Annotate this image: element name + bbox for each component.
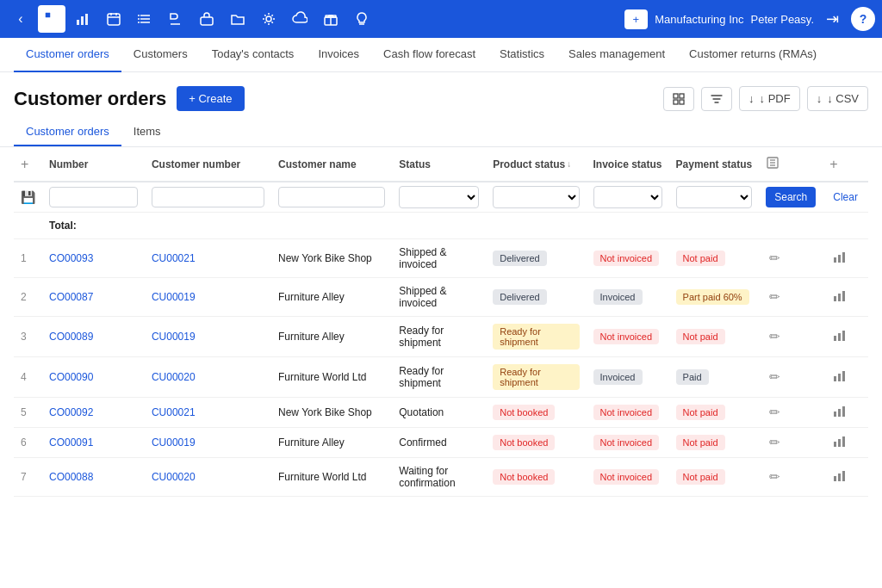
filter-number-input[interactable] [49,187,138,207]
app-icon-gift[interactable] [317,5,345,33]
svg-rect-50 [834,476,836,481]
row-edit-icon[interactable]: ✏ [759,458,823,497]
app-icon-list[interactable] [131,5,158,33]
row-order[interactable]: CO00090 [42,357,145,398]
clear-button[interactable]: Clear [829,187,861,207]
table-row: 3 CO00089 CU00019 Furniture Alley Ready … [14,317,868,357]
filter-save-icon[interactable]: 💾 [21,190,35,204]
app-icon-book[interactable] [162,5,189,33]
nav-cash-flow[interactable]: Cash flow forecast [371,38,488,72]
app-icon-folder[interactable] [224,5,252,33]
svg-rect-5 [81,16,84,25]
row-chart-icon[interactable] [823,239,868,278]
row-order[interactable]: CO00089 [42,317,145,357]
row-chart-icon[interactable] [823,357,868,398]
row-order[interactable]: CO00091 [42,428,145,458]
app-icon-sales[interactable] [38,5,65,33]
row-status: Confirmed [392,428,486,458]
create-button[interactable]: + Create [177,86,244,111]
row-edit-icon[interactable]: ✏ [759,317,823,357]
svg-rect-2 [45,20,51,26]
nav-customers[interactable]: Customers [121,38,200,72]
app-icon-bag[interactable] [193,5,220,33]
row-edit-icon[interactable]: ✏ [759,357,823,398]
row-custnum[interactable]: CU00021 [145,398,271,428]
row-num: 6 [14,428,42,458]
filter-status-select[interactable] [399,186,479,208]
row-custnum[interactable]: CU00019 [145,278,271,317]
table-container: + Number Customer number Customer name S… [0,147,882,497]
row-edit-icon[interactable]: ✏ [759,398,823,428]
row-status: Shipped & invoiced [392,278,486,317]
app-icon-bulb[interactable] [348,5,376,33]
page-title: Customer orders [14,88,166,110]
svg-rect-34 [842,252,845,263]
tab-customer-orders[interactable]: Customer orders [14,118,121,146]
pdf-btn[interactable]: ↓ ↓ PDF [739,86,800,111]
row-order[interactable]: CO00088 [42,458,145,497]
add-col-btn[interactable]: + [829,157,837,172]
row-order[interactable]: CO00093 [42,239,145,278]
app-icon-analytics[interactable] [69,5,96,33]
secondary-nav: Customer orders Customers Today's contac… [0,38,882,72]
row-prodstatus: Not booked [486,428,586,458]
filter-custnum-input[interactable] [152,187,264,207]
row-chart-icon[interactable] [823,458,868,497]
filter-btn[interactable] [701,87,732,111]
svg-rect-46 [842,406,845,417]
row-custnum[interactable]: CU00019 [145,428,271,458]
app-icon-settings[interactable] [255,5,283,33]
row-custnum[interactable]: CU00020 [145,458,271,497]
col-payment-status: Payment status [669,147,760,182]
filter-custname-input[interactable] [278,187,385,207]
row-prodstatus: Not booked [486,458,586,497]
svg-rect-37 [842,291,845,301]
filter-invstatus-select[interactable] [593,186,662,208]
row-custnum[interactable]: CU00019 [145,317,271,357]
row-paystatus: Not paid [669,317,760,357]
row-invstatus: Not invoiced [587,317,669,357]
row-order[interactable]: CO00087 [42,278,145,317]
table-row: 6 CO00091 CU00019 Furniture Alley Confir… [14,428,868,458]
row-order[interactable]: CO00092 [42,398,145,428]
app-icon-calendar[interactable] [100,5,127,33]
col-extra [759,147,823,182]
back-icon[interactable]: ‹ [7,5,34,33]
nav-customer-orders[interactable]: Customer orders [14,38,121,72]
add-row-btn[interactable]: + [21,157,28,172]
nav-sales-mgmt[interactable]: Sales management [556,38,677,72]
svg-rect-36 [838,294,841,301]
grid-view-btn[interactable] [663,87,694,111]
svg-rect-4 [77,20,79,25]
svg-point-16 [138,22,140,23]
row-edit-icon[interactable]: ✏ [759,239,823,278]
row-chart-icon[interactable] [823,428,868,458]
row-chart-icon[interactable] [823,317,868,357]
nav-todays-contacts[interactable]: Today's contacts [200,38,307,72]
row-chart-icon[interactable] [823,278,868,317]
col-status: Status [392,147,486,182]
csv-btn[interactable]: ↓ ↓ CSV [807,86,868,111]
row-paystatus: Not paid [669,239,760,278]
table-row: 5 CO00092 CU00021 New York Bike Shop Quo… [14,398,868,428]
plus-btn[interactable]: + [624,9,649,29]
svg-rect-39 [838,333,841,341]
filter-paystatus-select[interactable] [676,186,753,208]
row-custnum[interactable]: CU00021 [145,239,271,278]
tab-items[interactable]: Items [121,118,173,146]
nav-statistics[interactable]: Statistics [488,38,556,72]
row-status: Ready for shipment [392,357,486,398]
row-prodstatus: Delivered [486,239,586,278]
logout-icon[interactable]: ⇥ [821,8,844,30]
row-edit-icon[interactable]: ✏ [759,278,823,317]
row-chart-icon[interactable] [823,398,868,428]
help-icon[interactable]: ? [851,7,875,31]
row-custname: New York Bike Shop [271,239,392,278]
search-button[interactable]: Search [766,187,816,207]
app-icon-cloud[interactable] [286,5,314,33]
nav-invoices[interactable]: Invoices [306,38,371,72]
filter-prodstatus-select[interactable] [493,186,579,208]
row-edit-icon[interactable]: ✏ [759,428,823,458]
nav-rma[interactable]: Customer returns (RMAs) [677,38,829,72]
row-custnum[interactable]: CU00020 [145,357,271,398]
